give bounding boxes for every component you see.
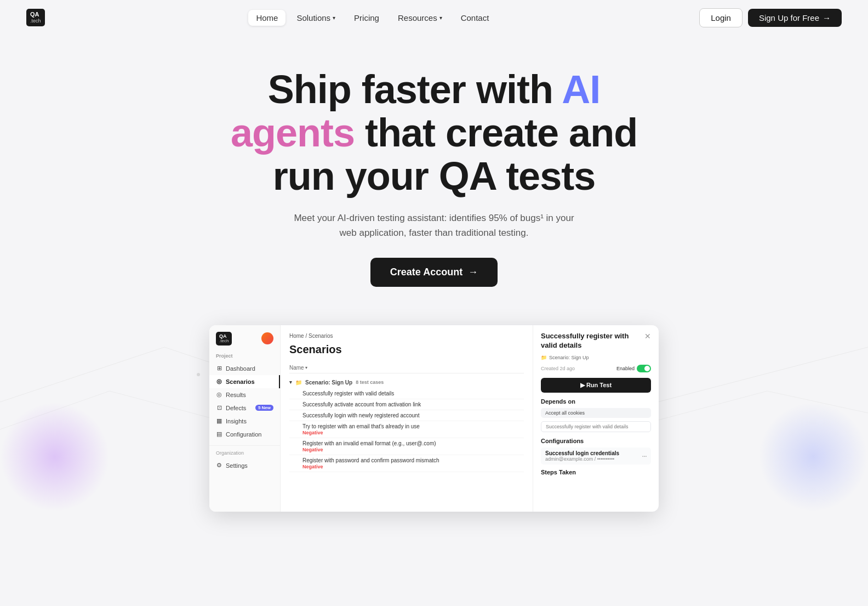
enabled-toggle[interactable]: Enabled (616, 365, 651, 372)
nav-pricing[interactable]: Pricing (346, 10, 387, 26)
negative-tag: Negative (302, 447, 323, 452)
panel-title: Successfully register with valid details (541, 332, 644, 350)
insights-icon: ▦ (216, 418, 222, 424)
configurations-title: Configurations (541, 438, 651, 444)
chevron-down-icon: ▾ (333, 15, 335, 21)
app-mockup: QA .tech Project ⊞ Dashboard ◎ Scenarios… (209, 325, 659, 512)
login-button[interactable]: Login (699, 8, 743, 27)
hero-subtext: Meet your AI-driven testing assistant: i… (292, 211, 576, 240)
depends-input[interactable] (541, 421, 651, 432)
navbar: QA .tech Home Solutions ▾ Pricing Resour… (0, 0, 868, 35)
nav-contact[interactable]: Contact (453, 10, 497, 26)
depends-on-title: Depends on (541, 398, 651, 405)
mockup-main-content: Home / Scenarios Scenarios Name ▾ ▾ 📁 Sc… (281, 325, 533, 512)
app-preview-wrapper: QA .tech Project ⊞ Dashboard ◎ Scenarios… (0, 325, 868, 512)
defects-icon: ⊡ (216, 405, 222, 411)
sidebar-logo: QA .tech (209, 332, 280, 353)
table-header: Name ▾ (289, 363, 524, 373)
nav-links: Home Solutions ▾ Pricing Resources ▾ Con… (248, 10, 496, 26)
test-count: 8 test cases (356, 380, 384, 385)
sidebar-item-dashboard[interactable]: ⊞ Dashboard (209, 362, 280, 375)
close-icon[interactable]: ✕ (644, 332, 651, 341)
chevron-down-icon: ▾ (289, 380, 292, 385)
sidebar-item-results[interactable]: ◎ Results (209, 388, 280, 401)
mockup-sidebar: QA .tech Project ⊞ Dashboard ◎ Scenarios… (209, 325, 281, 512)
org-label: Organization (209, 450, 280, 459)
panel-header: Successfully register with valid details… (541, 332, 651, 350)
detail-panel: Successfully register with valid details… (533, 325, 659, 512)
logo: QA .tech (26, 9, 46, 26)
config-row: Successful login credentials admin@examp… (541, 448, 651, 465)
test-item-6[interactable]: Register with password and confirm passw… (289, 455, 524, 472)
arrow-icon: → (823, 13, 831, 22)
sidebar-item-settings[interactable]: ⚙ Settings (209, 459, 280, 472)
logo-tech: .tech (30, 18, 41, 24)
page-title: Scenarios (289, 343, 524, 356)
toggle-pill[interactable] (637, 365, 651, 372)
settings-icon: ⚙ (216, 462, 222, 469)
hero-section: Ship faster with AI agents that create a… (0, 35, 868, 298)
nav-resources[interactable]: Resources ▾ (390, 10, 450, 26)
dashboard-icon: ⊞ (216, 365, 222, 372)
test-item-2[interactable]: Successfully activate account from activ… (289, 399, 524, 410)
config-title: Successful login credentials (545, 450, 619, 456)
sidebar-divider (209, 445, 280, 446)
logo-qa: QA (30, 11, 41, 18)
results-icon: ◎ (216, 392, 222, 398)
create-account-button[interactable]: Create Account → (370, 258, 498, 287)
depends-chip: Accept all cookies (541, 408, 651, 418)
test-item-3[interactable]: Successfully login with newly registered… (289, 410, 524, 421)
sidebar-item-defects[interactable]: ⊡ Defects 5 New (209, 401, 280, 415)
scenarios-icon: ◎ (216, 378, 222, 385)
test-item-5[interactable]: Register with an invalid email format (e… (289, 438, 524, 455)
sidebar-logo-box: QA .tech (216, 332, 232, 346)
run-test-button[interactable]: ▶ Run Test (541, 378, 651, 393)
signup-button[interactable]: Sign Up for Free → (748, 9, 842, 27)
sidebar-item-insights[interactable]: ▦ Insights (209, 415, 280, 428)
chevron-down-icon: ▾ (439, 15, 442, 21)
sort-icon: ▾ (305, 365, 307, 370)
test-item-1[interactable]: Successfully register with valid details (289, 388, 524, 399)
test-item-4[interactable]: Try to register with an email that's alr… (289, 421, 524, 438)
panel-meta: Created 2d ago Enabled (541, 365, 651, 372)
negative-tag: Negative (302, 430, 323, 435)
panel-scenario-tag: 📁 Scenario: Sign Up (541, 355, 651, 360)
nav-actions: Login Sign Up for Free → (699, 8, 842, 27)
project-label: Project (209, 353, 280, 362)
breadcrumb: Home / Scenarios (289, 333, 524, 339)
nav-solutions[interactable]: Solutions ▾ (289, 10, 343, 26)
scenario-parent-row[interactable]: ▾ 📁 Scenario: Sign Up 8 test cases (289, 377, 524, 388)
logo-box: QA .tech (26, 9, 45, 26)
avatar (261, 332, 273, 344)
more-options-icon[interactable]: ··· (642, 451, 647, 460)
sidebar-item-configuration[interactable]: ▤ Configuration (209, 428, 280, 441)
nav-home[interactable]: Home (248, 10, 285, 26)
hero-headline: Ship faster with AI agents that create a… (187, 68, 681, 199)
folder-icon: 📁 (295, 380, 302, 386)
negative-tag: Negative (302, 464, 323, 469)
config-subtitle: admin@example.com / •••••••••• (545, 456, 619, 462)
defects-badge: 5 New (255, 405, 273, 411)
sidebar-item-scenarios[interactable]: ◎ Scenarios (209, 375, 280, 388)
configuration-icon: ▤ (216, 431, 222, 438)
folder-small-icon: 📁 (541, 355, 547, 360)
steps-taken-title: Steps Taken (541, 469, 651, 475)
arrow-icon: → (468, 267, 478, 278)
